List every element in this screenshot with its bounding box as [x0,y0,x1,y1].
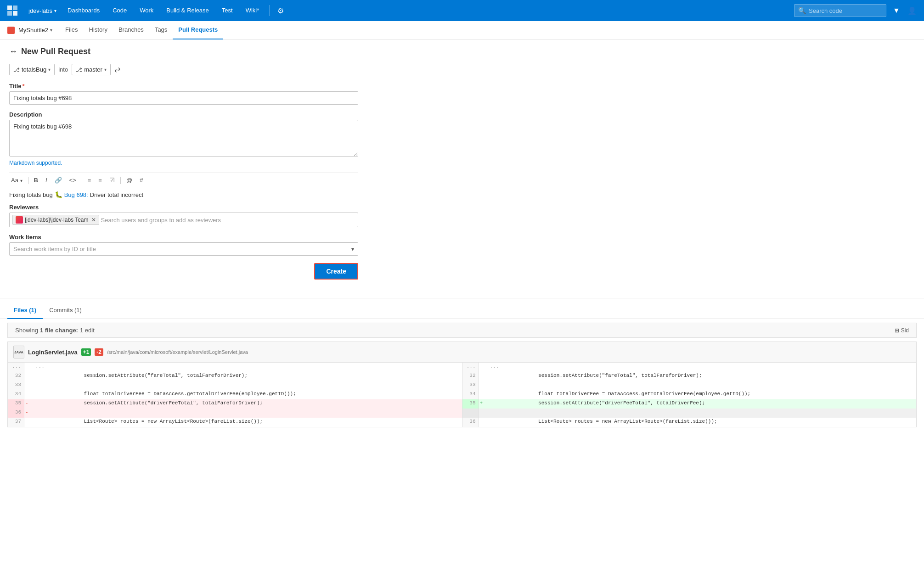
work-items-dropdown[interactable]: Search work items by ID or title ▾ [9,242,358,256]
notifications-icon[interactable]: ▼ [890,4,903,17]
nav-dashboards[interactable]: Dashboards [61,0,106,21]
user-icon[interactable]: 👤 [906,4,918,17]
subnav-history[interactable]: History [84,21,113,39]
bug-link[interactable]: Bug 698: [64,191,88,198]
toolbar-separator-1 [28,177,28,184]
title-input[interactable] [9,91,358,105]
search-box[interactable]: 🔍 [794,4,886,17]
diff-right-line-33: 33 [462,381,917,390]
nav-build-release[interactable]: Build & Release [160,0,215,21]
swap-branches-icon[interactable]: ⇄ [114,65,120,74]
reviewer-name: [jdev-labs]\jdev-labs Team [25,217,89,223]
toolbar-italic-button[interactable]: I [44,176,49,185]
subnav-pull-requests[interactable]: Pull Requests [173,21,223,39]
work-items-label: Work Items [9,234,358,241]
svg-rect-2 [7,11,12,16]
editor-toolbar: Aa ▾ B I 🔗 <> ≡ ≡ ☑ @ # [9,173,358,187]
repo-icon [7,27,15,34]
nav-test[interactable]: Test [215,0,239,21]
source-branch-chevron-icon: ▾ [48,67,51,72]
source-branch-label: totalsBug [22,66,46,73]
reviewer-tag: [jdev-labs]\jdev-labs Team ✕ [12,215,99,225]
subnav-tags[interactable]: Tags [149,21,173,39]
sub-navigation: MyShuttle2 ▾ Files History Branches Tags… [0,21,924,39]
diff-right-line-ellipsis: ... ... [462,363,917,372]
toolbar-bold-button[interactable]: B [32,176,40,185]
top-right-icons: ▼ 👤 [890,4,918,17]
view-options: ⊞ Sid [895,327,909,334]
repo-selector[interactable]: MyShuttle2 ▾ [7,27,52,34]
svg-rect-0 [7,6,12,10]
target-branch-selector[interactable]: ⎇ master ▾ [72,64,111,75]
reviewers-label: Reviewers [9,204,358,211]
page-title: ↔ New Pull Request [9,47,358,56]
diff-split-view: ... ... 32 session.setAttribute("fareTot… [8,363,916,427]
diff-right-line-empty [462,409,917,418]
toolbar-checklist-button[interactable]: ☑ [107,176,117,185]
toolbar-unordered-list-button[interactable]: ≡ [86,176,93,185]
diff-left-line-34: 34 float totalDriverFee = DataAccess.get… [8,390,462,399]
nav-wiki[interactable]: Wiki* [239,0,266,21]
toolbar-font-icon[interactable]: Aa ▾ [9,176,24,185]
reviewers-placeholder: Search users and groups to add as review… [101,217,221,224]
toolbar-link-button[interactable]: 🔗 [53,176,64,185]
project-name: jdev-labs [28,7,52,14]
file-change-banner: Showing 1 file change: 1 edit ⊞ Sid [7,323,917,338]
nav-work[interactable]: Work [133,0,160,21]
file-type-icon: JAVA [13,346,24,358]
bottom-tabs: Files (1) Commits (1) [0,302,924,319]
preview-text: Fixing totals bug [9,191,53,198]
description-field-group: Description Fixing totals bug #698 Markd… [9,111,358,166]
diff-right-side: ... ... 32 session.setAttribute("fareTot… [462,363,917,427]
diff-left-line-37: 37 List<Route> routes = new ArrayList<Ro… [8,418,462,427]
diff-right-line-35: 35 + session.setAttribute("driverFeeTota… [462,399,917,409]
nav-divider [269,5,270,16]
target-branch-chevron-icon: ▾ [104,67,107,72]
pull-request-icon: ↔ [9,47,17,56]
settings-icon[interactable]: ⚙ [273,3,288,18]
bug-emoji: 🐛 [55,191,62,198]
toolbar-ordered-list-button[interactable]: ≡ [96,176,104,185]
branch-row: ⎇ totalsBug ▾ into ⎇ master ▾ ⇄ [9,64,358,75]
side-by-side-label: Sid [901,327,909,334]
file-name: LoginServlet.java [28,349,78,356]
reviewers-group: Reviewers [jdev-labs]\jdev-labs Team ✕ S… [9,204,358,227]
search-input[interactable] [809,7,882,14]
repo-chevron-icon: ▾ [50,28,52,33]
title-field-group: Title* [9,83,358,105]
side-by-side-button[interactable]: ⊞ Sid [895,327,909,334]
toolbar-code-button[interactable]: <> [68,176,78,185]
diff-left-line-ellipsis: ... ... [8,363,462,372]
branch-icon: ⎇ [13,67,20,73]
target-branch-icon: ⎇ [76,67,82,73]
toolbar-heading-button[interactable]: # [138,176,145,185]
diff-left-line-36: 36 - [8,409,462,418]
tab-files[interactable]: Files (1) [7,302,43,319]
description-textarea[interactable]: Fixing totals bug #698 [9,120,358,157]
deletions-badge: -2 [95,348,103,356]
source-branch-selector[interactable]: ⎇ totalsBug ▾ [9,64,55,75]
repo-name: MyShuttle2 [18,27,48,34]
tab-commits-label: Commits (1) [49,307,82,313]
project-chevron-icon: ▾ [54,8,56,13]
markdown-hint[interactable]: Markdown supported. [9,160,358,166]
subnav-branches[interactable]: Branches [113,21,149,39]
work-items-chevron-icon: ▾ [351,246,354,252]
subnav-files[interactable]: Files [60,21,83,39]
create-button[interactable]: Create [314,263,358,280]
file-change-info: Showing 1 file change: 1 edit [15,327,95,334]
target-branch-label: master [84,66,102,73]
diff-left-line-33: 33 [8,381,462,390]
tab-commits[interactable]: Commits (1) [43,302,88,319]
work-items-group: Work Items Search work items by ID or ti… [9,234,358,256]
reviewer-remove-button[interactable]: ✕ [91,217,96,223]
into-label: into [58,66,68,73]
reviewers-input[interactable]: [jdev-labs]\jdev-labs Team ✕ Search user… [9,213,358,227]
reviewer-avatar [16,216,23,224]
project-selector[interactable]: jdev-labs ▾ [24,0,61,21]
diff-right-line-34: 34 float totalDriverFee = DataAccess.get… [462,390,917,399]
diff-left-line-32: 32 session.setAttribute("fareTotal", tot… [8,372,462,381]
file-change-count: 1 file change: [40,327,78,334]
nav-code[interactable]: Code [106,0,133,21]
toolbar-mention-button[interactable]: @ [124,176,134,185]
